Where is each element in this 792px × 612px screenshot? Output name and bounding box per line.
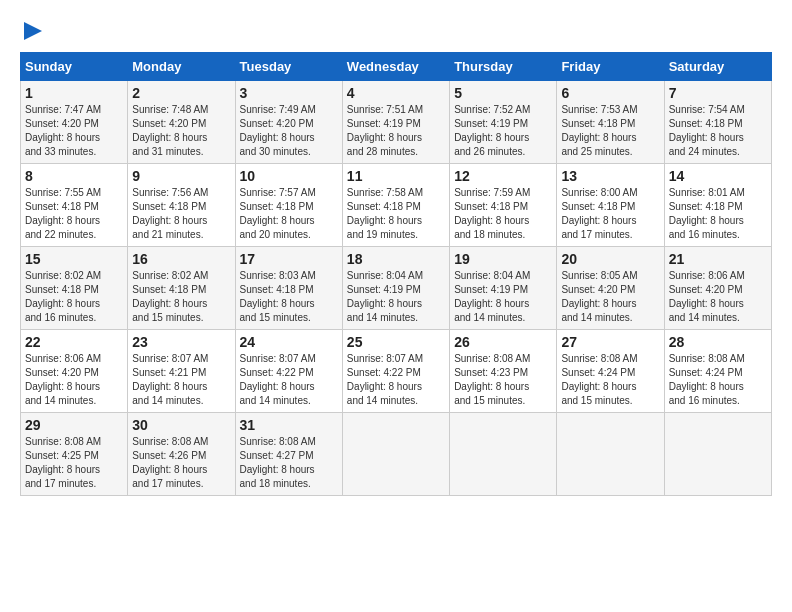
day-info: Sunrise: 8:07 AM Sunset: 4:22 PM Dayligh… <box>240 352 338 408</box>
calendar-day-cell: 17Sunrise: 8:03 AM Sunset: 4:18 PM Dayli… <box>235 247 342 330</box>
calendar-day-cell: 22Sunrise: 8:06 AM Sunset: 4:20 PM Dayli… <box>21 330 128 413</box>
day-number: 29 <box>25 417 123 433</box>
calendar-day-cell: 4Sunrise: 7:51 AM Sunset: 4:19 PM Daylig… <box>342 81 449 164</box>
day-number: 7 <box>669 85 767 101</box>
calendar-day-cell <box>664 413 771 496</box>
day-info: Sunrise: 8:08 AM Sunset: 4:23 PM Dayligh… <box>454 352 552 408</box>
day-number: 5 <box>454 85 552 101</box>
day-info: Sunrise: 7:48 AM Sunset: 4:20 PM Dayligh… <box>132 103 230 159</box>
calendar-day-cell: 11Sunrise: 7:58 AM Sunset: 4:18 PM Dayli… <box>342 164 449 247</box>
day-info: Sunrise: 8:08 AM Sunset: 4:26 PM Dayligh… <box>132 435 230 491</box>
calendar-day-cell <box>557 413 664 496</box>
day-info: Sunrise: 7:58 AM Sunset: 4:18 PM Dayligh… <box>347 186 445 242</box>
logo <box>20 20 44 42</box>
calendar-week-row: 22Sunrise: 8:06 AM Sunset: 4:20 PM Dayli… <box>21 330 772 413</box>
day-info: Sunrise: 7:55 AM Sunset: 4:18 PM Dayligh… <box>25 186 123 242</box>
calendar-day-cell: 21Sunrise: 8:06 AM Sunset: 4:20 PM Dayli… <box>664 247 771 330</box>
calendar-day-cell: 29Sunrise: 8:08 AM Sunset: 4:25 PM Dayli… <box>21 413 128 496</box>
calendar-week-row: 29Sunrise: 8:08 AM Sunset: 4:25 PM Dayli… <box>21 413 772 496</box>
calendar-day-cell: 20Sunrise: 8:05 AM Sunset: 4:20 PM Dayli… <box>557 247 664 330</box>
calendar-day-cell: 5Sunrise: 7:52 AM Sunset: 4:19 PM Daylig… <box>450 81 557 164</box>
calendar-day-cell: 27Sunrise: 8:08 AM Sunset: 4:24 PM Dayli… <box>557 330 664 413</box>
calendar-day-cell <box>450 413 557 496</box>
day-number: 11 <box>347 168 445 184</box>
weekday-header-row: SundayMondayTuesdayWednesdayThursdayFrid… <box>21 53 772 81</box>
day-number: 23 <box>132 334 230 350</box>
day-info: Sunrise: 7:57 AM Sunset: 4:18 PM Dayligh… <box>240 186 338 242</box>
day-info: Sunrise: 8:06 AM Sunset: 4:20 PM Dayligh… <box>669 269 767 325</box>
calendar-day-cell: 1Sunrise: 7:47 AM Sunset: 4:20 PM Daylig… <box>21 81 128 164</box>
calendar-day-cell: 9Sunrise: 7:56 AM Sunset: 4:18 PM Daylig… <box>128 164 235 247</box>
calendar-week-row: 15Sunrise: 8:02 AM Sunset: 4:18 PM Dayli… <box>21 247 772 330</box>
day-info: Sunrise: 7:51 AM Sunset: 4:19 PM Dayligh… <box>347 103 445 159</box>
calendar-week-row: 8Sunrise: 7:55 AM Sunset: 4:18 PM Daylig… <box>21 164 772 247</box>
day-number: 9 <box>132 168 230 184</box>
day-number: 19 <box>454 251 552 267</box>
day-info: Sunrise: 8:08 AM Sunset: 4:27 PM Dayligh… <box>240 435 338 491</box>
calendar-day-cell: 8Sunrise: 7:55 AM Sunset: 4:18 PM Daylig… <box>21 164 128 247</box>
day-number: 4 <box>347 85 445 101</box>
day-info: Sunrise: 8:03 AM Sunset: 4:18 PM Dayligh… <box>240 269 338 325</box>
day-number: 8 <box>25 168 123 184</box>
calendar-day-cell <box>342 413 449 496</box>
calendar-day-cell: 28Sunrise: 8:08 AM Sunset: 4:24 PM Dayli… <box>664 330 771 413</box>
day-number: 14 <box>669 168 767 184</box>
day-number: 28 <box>669 334 767 350</box>
day-info: Sunrise: 8:07 AM Sunset: 4:22 PM Dayligh… <box>347 352 445 408</box>
calendar-day-cell: 3Sunrise: 7:49 AM Sunset: 4:20 PM Daylig… <box>235 81 342 164</box>
calendar-table: SundayMondayTuesdayWednesdayThursdayFrid… <box>20 52 772 496</box>
calendar-day-cell: 6Sunrise: 7:53 AM Sunset: 4:18 PM Daylig… <box>557 81 664 164</box>
day-info: Sunrise: 8:02 AM Sunset: 4:18 PM Dayligh… <box>25 269 123 325</box>
day-number: 27 <box>561 334 659 350</box>
calendar-day-cell: 24Sunrise: 8:07 AM Sunset: 4:22 PM Dayli… <box>235 330 342 413</box>
day-number: 20 <box>561 251 659 267</box>
day-number: 21 <box>669 251 767 267</box>
day-info: Sunrise: 8:08 AM Sunset: 4:24 PM Dayligh… <box>561 352 659 408</box>
day-info: Sunrise: 7:49 AM Sunset: 4:20 PM Dayligh… <box>240 103 338 159</box>
day-info: Sunrise: 8:08 AM Sunset: 4:25 PM Dayligh… <box>25 435 123 491</box>
calendar-day-cell: 15Sunrise: 8:02 AM Sunset: 4:18 PM Dayli… <box>21 247 128 330</box>
calendar-day-cell: 23Sunrise: 8:07 AM Sunset: 4:21 PM Dayli… <box>128 330 235 413</box>
day-info: Sunrise: 8:06 AM Sunset: 4:20 PM Dayligh… <box>25 352 123 408</box>
calendar-day-cell: 30Sunrise: 8:08 AM Sunset: 4:26 PM Dayli… <box>128 413 235 496</box>
day-number: 31 <box>240 417 338 433</box>
day-info: Sunrise: 8:04 AM Sunset: 4:19 PM Dayligh… <box>347 269 445 325</box>
day-info: Sunrise: 8:08 AM Sunset: 4:24 PM Dayligh… <box>669 352 767 408</box>
day-info: Sunrise: 7:47 AM Sunset: 4:20 PM Dayligh… <box>25 103 123 159</box>
day-info: Sunrise: 8:07 AM Sunset: 4:21 PM Dayligh… <box>132 352 230 408</box>
calendar-day-cell: 14Sunrise: 8:01 AM Sunset: 4:18 PM Dayli… <box>664 164 771 247</box>
day-number: 18 <box>347 251 445 267</box>
calendar-day-cell: 18Sunrise: 8:04 AM Sunset: 4:19 PM Dayli… <box>342 247 449 330</box>
day-info: Sunrise: 7:56 AM Sunset: 4:18 PM Dayligh… <box>132 186 230 242</box>
svg-marker-0 <box>24 22 42 40</box>
day-info: Sunrise: 7:54 AM Sunset: 4:18 PM Dayligh… <box>669 103 767 159</box>
day-info: Sunrise: 8:05 AM Sunset: 4:20 PM Dayligh… <box>561 269 659 325</box>
calendar-day-cell: 25Sunrise: 8:07 AM Sunset: 4:22 PM Dayli… <box>342 330 449 413</box>
day-number: 3 <box>240 85 338 101</box>
day-number: 6 <box>561 85 659 101</box>
weekday-header-friday: Friday <box>557 53 664 81</box>
calendar-day-cell: 19Sunrise: 8:04 AM Sunset: 4:19 PM Dayli… <box>450 247 557 330</box>
day-number: 16 <box>132 251 230 267</box>
day-number: 22 <box>25 334 123 350</box>
calendar-day-cell: 31Sunrise: 8:08 AM Sunset: 4:27 PM Dayli… <box>235 413 342 496</box>
day-info: Sunrise: 7:52 AM Sunset: 4:19 PM Dayligh… <box>454 103 552 159</box>
day-info: Sunrise: 8:01 AM Sunset: 4:18 PM Dayligh… <box>669 186 767 242</box>
day-number: 17 <box>240 251 338 267</box>
day-info: Sunrise: 8:02 AM Sunset: 4:18 PM Dayligh… <box>132 269 230 325</box>
day-number: 26 <box>454 334 552 350</box>
weekday-header-sunday: Sunday <box>21 53 128 81</box>
calendar-day-cell: 10Sunrise: 7:57 AM Sunset: 4:18 PM Dayli… <box>235 164 342 247</box>
weekday-header-thursday: Thursday <box>450 53 557 81</box>
logo-arrow-icon <box>22 20 44 42</box>
day-number: 30 <box>132 417 230 433</box>
day-number: 1 <box>25 85 123 101</box>
day-number: 12 <box>454 168 552 184</box>
day-info: Sunrise: 8:00 AM Sunset: 4:18 PM Dayligh… <box>561 186 659 242</box>
weekday-header-tuesday: Tuesday <box>235 53 342 81</box>
calendar-day-cell: 12Sunrise: 7:59 AM Sunset: 4:18 PM Dayli… <box>450 164 557 247</box>
weekday-header-monday: Monday <box>128 53 235 81</box>
day-info: Sunrise: 8:04 AM Sunset: 4:19 PM Dayligh… <box>454 269 552 325</box>
calendar-day-cell: 13Sunrise: 8:00 AM Sunset: 4:18 PM Dayli… <box>557 164 664 247</box>
page-header <box>20 20 772 42</box>
